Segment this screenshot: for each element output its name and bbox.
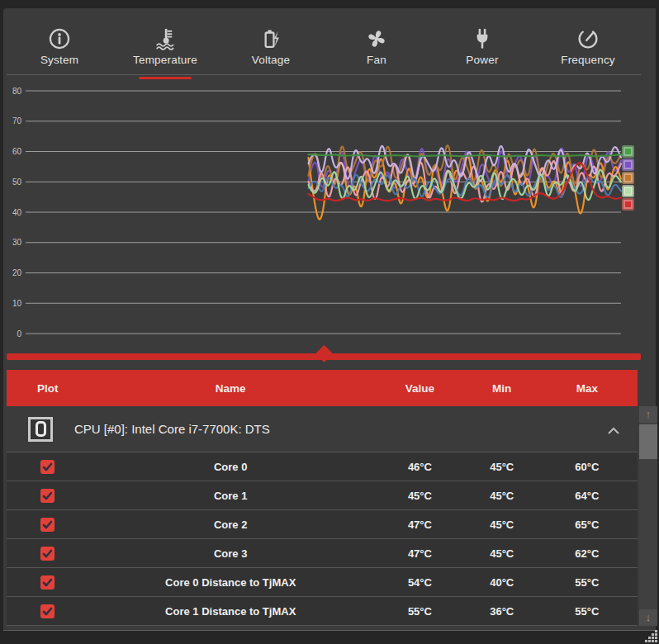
thermometer-icon [153,26,178,51]
row-max: 55°C [537,576,638,589]
plot-checkbox[interactable] [40,604,55,618]
row-max: 55°C [537,605,638,618]
tab-temperature[interactable]: Temperature [112,15,218,74]
group-checkbox[interactable] [28,417,53,442]
row-value: 47°C [372,547,467,560]
row-value: 54°C [372,576,467,589]
row-value: 46°C [372,461,467,473]
row-min: 36°C [467,605,537,618]
plot-checkbox[interactable] [40,518,55,532]
tab-label: Voltage [252,54,290,66]
chart-endpoint-markers [622,145,635,211]
battery-bolt-icon [258,26,283,51]
endpoint-chip [622,145,634,158]
table-rows: Core 0 46°C 45°C 60°C Core 1 45°C 45°C 6… [7,452,638,626]
scrollbar-thumb[interactable] [639,424,657,459]
tab-voltage[interactable]: Voltage [218,15,324,74]
row-max: 64°C [537,490,638,502]
info-icon [47,26,72,51]
svg-text:10: 10 [12,299,22,308]
table-row[interactable]: Core 1 Distance to TjMAX 55°C 36°C 55°C [7,597,638,626]
endpoint-chip [622,159,634,171]
temperature-chart: 80706050403020100 [3,78,652,352]
table-row[interactable]: Core 0 46°C 45°C 60°C [7,452,638,481]
svg-text:0: 0 [17,329,21,339]
resize-grip-icon[interactable] [645,630,658,643]
row-name: Core 0 Distance to TjMAX [88,576,372,589]
row-min: 45°C [467,519,537,531]
svg-text:70: 70 [12,116,22,125]
table-row[interactable]: Core 2 47°C 45°C 65°C [7,510,638,539]
endpoint-chip [622,198,634,211]
tab-fan[interactable]: Fan [324,15,429,74]
sensor-table: Plot Name Value Min Max CPU [#0]: Intel … [7,370,638,626]
row-value: 55°C [372,605,467,618]
plot-checkbox[interactable] [40,547,55,561]
scroll-down-button[interactable]: ↓ [639,609,657,626]
plot-checkbox[interactable] [40,575,55,590]
table-row[interactable]: Core 1 45°C 45°C 64°C [7,481,638,510]
row-name: Core 3 [88,547,372,560]
col-header-max: Max [537,382,638,395]
row-name: Core 0 [88,461,372,473]
svg-text:20: 20 [12,268,22,277]
tab-label: Fan [367,54,386,66]
table-header: Plot Name Value Min Max [7,370,638,406]
tab-label: Power [466,54,498,66]
tab-bar: System Temperature [7,15,641,74]
plot-checkbox[interactable] [40,489,55,503]
sensor-group-row[interactable]: CPU [#0]: Intel Core i7-7700K: DTS [7,406,638,452]
row-max: 65°C [537,519,638,531]
scroll-up-button[interactable]: ↑ [639,406,657,423]
tab-power[interactable]: Power [429,15,535,74]
table-scrollbar[interactable]: ↑ ↓ [639,406,657,626]
monitor-panel: System Temperature [3,8,656,631]
endpoint-chip [622,172,634,184]
svg-text:60: 60 [12,147,22,156]
sensor-group-title: CPU [#0]: Intel Core i7-7700K: DTS [74,422,606,436]
app-window: { "accent_color": "#d12d29", "tabs": { "… [0,0,659,644]
tab-frequency[interactable]: Frequency [535,15,641,74]
svg-text:30: 30 [12,238,22,247]
row-max: 62°C [537,547,638,560]
row-min: 45°C [467,547,537,560]
table-row[interactable]: Core 3 47°C 45°C 62°C [7,539,638,568]
gauge-icon [576,26,600,51]
row-value: 47°C [372,519,467,531]
tab-label: System [40,54,78,66]
tab-label: Frequency [561,54,615,66]
timeline-slider[interactable] [7,353,641,360]
group-checkbox-glyph [36,421,46,437]
plot-checkbox[interactable] [40,460,55,474]
row-min: 45°C [467,461,537,473]
row-max: 60°C [537,461,638,473]
row-name: Core 1 Distance to TjMAX [88,605,372,618]
col-header-name: Name [88,382,372,395]
row-name: Core 1 [88,490,372,502]
svg-text:50: 50 [12,178,22,187]
tabbar-divider [7,74,641,75]
row-value: 45°C [372,490,467,502]
col-header-min: Min [467,382,537,395]
endpoint-chip [622,185,634,197]
fan-icon [364,26,389,51]
row-name: Core 2 [88,519,372,531]
tab-system[interactable]: System [7,15,112,74]
row-min: 40°C [467,576,537,589]
table-row[interactable]: Core 0 Distance to TjMAX 54°C 40°C 55°C [7,568,638,597]
svg-text:80: 80 [12,87,22,96]
tab-label: Temperature [133,54,197,66]
col-header-plot: Plot [7,382,88,395]
svg-text:40: 40 [12,208,22,217]
chevron-up-icon[interactable] [606,424,621,434]
col-header-value: Value [372,382,467,395]
plug-icon [470,26,495,51]
row-min: 45°C [467,490,537,502]
